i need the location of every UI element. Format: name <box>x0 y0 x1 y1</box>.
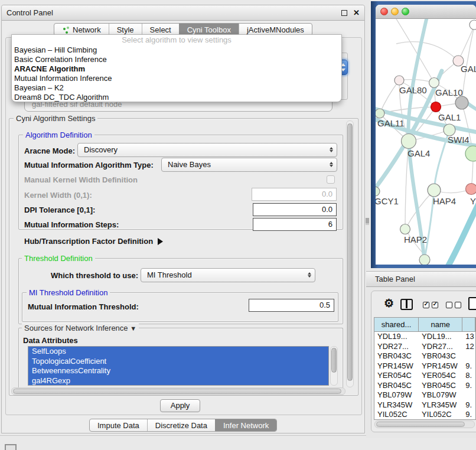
close-icon[interactable]: ✕ <box>353 5 360 21</box>
mi-steps-field[interactable]: 6 <box>253 218 337 231</box>
tab-label: Cyni Toolbox <box>187 25 231 34</box>
attributes-scrollbar[interactable] <box>330 346 338 386</box>
table-row[interactable]: YLR345WYLR345W9. <box>374 400 475 410</box>
network-node-gal80[interactable] <box>395 76 404 85</box>
network-node[interactable] <box>470 20 476 30</box>
table-cell: YBR043C <box>419 351 462 361</box>
tab-style[interactable]: Style <box>109 24 142 35</box>
column-header-partial[interactable] <box>462 318 475 332</box>
network-node-gcy1[interactable] <box>376 187 380 196</box>
manual-kernel-checkbox[interactable] <box>327 175 335 184</box>
network-node[interactable] <box>455 96 468 109</box>
table-row[interactable]: YIL052CYIL052C9. <box>374 410 475 420</box>
zoom-traffic-light[interactable] <box>402 8 409 15</box>
tab-select[interactable]: Select <box>142 24 179 35</box>
attribute-item-selfloops[interactable]: SelfLoops <box>28 347 328 357</box>
split-pane-handle[interactable] <box>366 218 369 223</box>
tab-jactivemnodules[interactable]: jActiveMNodules <box>239 24 312 35</box>
sources-group-title[interactable]: Sources for Network Inference ▼ <box>22 324 139 332</box>
apply-button[interactable]: Apply <box>160 399 200 412</box>
which-threshold-label: Which threshold to use: <box>51 271 138 280</box>
table-row[interactable]: YBR045CYBR045C9. <box>374 381 475 391</box>
network-node-gal1[interactable] <box>431 102 441 112</box>
tab-impute-data[interactable]: Impute Data <box>90 419 147 431</box>
table-cell: YER054C <box>374 371 419 381</box>
column-header-shared[interactable]: shared... <box>374 318 419 332</box>
mi-threshold-field[interactable]: 0.5 <box>249 299 334 312</box>
table-row[interactable]: YDR27...YDR27...12 <box>374 342 475 352</box>
algorithm-option-basic-correlation-inference[interactable]: Basic Correlation Inference <box>12 55 341 64</box>
node-label-gal: GAL <box>461 64 476 74</box>
tab-label: Select <box>150 25 171 34</box>
network-node-hap2[interactable] <box>400 224 410 234</box>
network-node-gal11[interactable] <box>376 109 384 118</box>
bottom-divider <box>0 435 366 436</box>
table-row[interactable]: YER054CYER054C8. <box>374 371 475 381</box>
deselect-all-checkboxes-icon[interactable] <box>446 302 461 308</box>
network-node-swi4[interactable] <box>444 124 455 136</box>
node-label-gal1: GAL1 <box>438 112 461 122</box>
aracne-mode-value: Discovery <box>84 145 118 154</box>
network-node-y[interactable] <box>466 184 476 195</box>
algorithm-option-mutual-information-inference[interactable]: Mutual Information Inference <box>12 74 341 83</box>
table-row[interactable]: YDL19...YDL19...13 <box>374 332 475 342</box>
dpi-tolerance-field[interactable]: 0.0 <box>253 203 337 216</box>
table-cell: 12 <box>462 342 475 352</box>
combo-stepper-icon <box>330 161 333 168</box>
algorithm-option-aracne-algorithm[interactable]: ARACNE Algorithm <box>12 64 341 74</box>
gear-icon[interactable]: ⚙ <box>384 296 394 310</box>
minimized-panel-icon[interactable] <box>5 444 17 450</box>
network-node-gal4[interactable] <box>402 134 416 149</box>
table-row[interactable]: YBL079WYBL079W <box>374 390 475 400</box>
close-traffic-light[interactable] <box>380 8 388 15</box>
kernel-width-field[interactable]: 0.0 <box>252 188 337 201</box>
table-cell <box>462 351 475 361</box>
table-row[interactable]: YBR043CYBR043C <box>374 351 475 361</box>
table-panel-title: Table Panel <box>375 272 415 287</box>
network-canvas[interactable]: GALGAL80GAL10GAL1GAL11SWI4GAL4GCY1HAP4YH… <box>376 19 476 265</box>
settings-horizontal-scrollbar[interactable] <box>11 387 345 395</box>
tab-infer-network[interactable]: Infer Network <box>215 419 276 431</box>
network-node-gal10[interactable] <box>429 78 439 88</box>
new-table-icon[interactable] <box>468 297 476 310</box>
node-label-hap2: HAP2 <box>404 234 427 244</box>
column-header-name[interactable]: name <box>419 318 462 332</box>
attribute-item-betweennesscentrality[interactable]: BetweennessCentrality <box>28 366 328 376</box>
aracne-mode-label: Aracne Mode: <box>24 146 75 155</box>
algorithm-dropdown-popup: Select algorithm to view settings Bayesi… <box>11 34 342 102</box>
network-node[interactable] <box>419 255 430 265</box>
tab-label: jActiveMNodules <box>247 25 304 34</box>
attribute-item-topologicalcoefficient[interactable]: TopologicalCoefficient <box>28 357 328 367</box>
tab-network[interactable]: Network <box>54 24 109 35</box>
which-threshold-value: MI Threshold <box>147 270 192 279</box>
select-all-checkboxes-icon[interactable] <box>423 302 438 308</box>
data-attributes-list: SelfLoopsTopologicalCoefficientBetweenne… <box>28 346 329 386</box>
network-window: GALGAL80GAL10GAL1GAL11SWI4GAL4GCY1HAP4YH… <box>376 5 476 265</box>
tab-label: Discretize Data <box>155 421 207 430</box>
network-node[interactable] <box>465 146 476 161</box>
tab-cyni-toolbox[interactable]: Cyni Toolbox <box>179 24 239 35</box>
control-panel: Control Panel ✕ NetworkStyleSelectCyni T… <box>1 5 365 433</box>
minimize-traffic-light[interactable] <box>391 8 399 15</box>
columns-icon[interactable] <box>400 299 413 310</box>
hub-definition-toggle[interactable]: Hub/Transcription Factor Definition <box>24 237 163 246</box>
threshold-definition-title: Threshold Definition <box>22 254 95 263</box>
algorithm-option-bayesian-hill-climbing[interactable]: Bayesian – Hill Climbing <box>12 45 341 55</box>
which-threshold-combo[interactable]: MI Threshold <box>141 268 315 282</box>
mi-algorithm-type-combo[interactable]: Naive Bayes <box>161 158 337 172</box>
network-node-hap4[interactable] <box>428 184 441 197</box>
algorithm-option-dream8-dc-tdc-algorithm[interactable]: Dream8 DC_TDC Algorithm <box>12 93 341 102</box>
aracne-mode-combo[interactable]: Discovery <box>77 143 337 157</box>
float-window-icon[interactable] <box>341 10 347 16</box>
table-row[interactable]: YPR145WYPR145W9. <box>374 361 475 371</box>
tab-discretize-data[interactable]: Discretize Data <box>147 419 215 431</box>
table-cell: YBR045C <box>374 381 419 391</box>
mi-algorithm-type-label: Mutual Information Algorithm Type: <box>24 161 154 169</box>
attribute-item-gal4rgexp[interactable]: gal4RGexp <box>28 376 328 386</box>
table-horizontal-scrollbar[interactable] <box>374 420 475 428</box>
settings-vertical-scrollbar[interactable] <box>346 120 354 387</box>
table-cell: YDR27... <box>374 342 419 352</box>
algorithm-option-bayesian-k2[interactable]: Bayesian – K2 <box>12 83 341 93</box>
tab-label: Style <box>117 25 134 34</box>
tab-label: Infer Network <box>223 421 269 430</box>
